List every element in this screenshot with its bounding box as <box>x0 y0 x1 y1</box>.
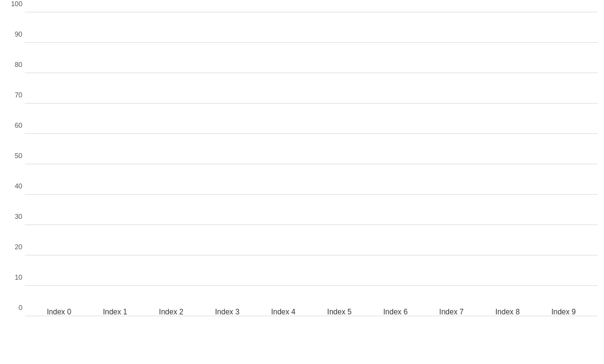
bar-group-1: Index 1 <box>87 304 143 316</box>
bar-group-6: Index 6 <box>367 304 423 316</box>
bar-group-4: Index 4 <box>255 304 311 316</box>
bar-label-8: Index 8 <box>495 308 520 316</box>
bar-label-2: Index 2 <box>159 308 183 316</box>
y-tick-90: 90 <box>15 30 22 38</box>
chart-container: 0102030405060708090100 Index 0Index 1Ind… <box>0 12 604 335</box>
bar-group-9: Index 9 <box>536 304 592 316</box>
bar-group-8: Index 8 <box>479 304 535 316</box>
bar-label-4: Index 4 <box>271 308 295 316</box>
y-tick-50: 50 <box>15 152 22 159</box>
bar-label-7: Index 7 <box>439 308 463 316</box>
y-tick-80: 80 <box>15 61 22 68</box>
bar-label-3: Index 3 <box>215 308 239 316</box>
bar-label-1: Index 1 <box>103 308 127 316</box>
y-tick-40: 40 <box>15 182 22 190</box>
bar-label-0: Index 0 <box>47 308 71 316</box>
bar-label-9: Index 9 <box>551 308 575 316</box>
bar-label-6: Index 6 <box>383 308 407 316</box>
bar-group-0: Index 0 <box>31 304 87 316</box>
bars-wrapper: Index 0Index 1Index 2Index 3Index 4Index… <box>25 12 598 316</box>
page-title <box>0 0 604 12</box>
y-tick-70: 70 <box>15 91 22 99</box>
bar-group-3: Index 3 <box>199 304 255 316</box>
bar-group-2: Index 2 <box>143 304 199 316</box>
bar-group-5: Index 5 <box>311 304 367 316</box>
y-tick-10: 10 <box>15 273 22 281</box>
y-tick-100: 100 <box>11 0 22 7</box>
bar-group-7: Index 7 <box>424 304 479 316</box>
y-tick-0: 0 <box>19 304 22 311</box>
bar-label-5: Index 5 <box>327 308 352 316</box>
y-tick-60: 60 <box>15 122 22 129</box>
y-tick-20: 20 <box>15 243 22 251</box>
y-axis: 0102030405060708090100 <box>0 12 25 316</box>
y-tick-30: 30 <box>15 213 22 220</box>
